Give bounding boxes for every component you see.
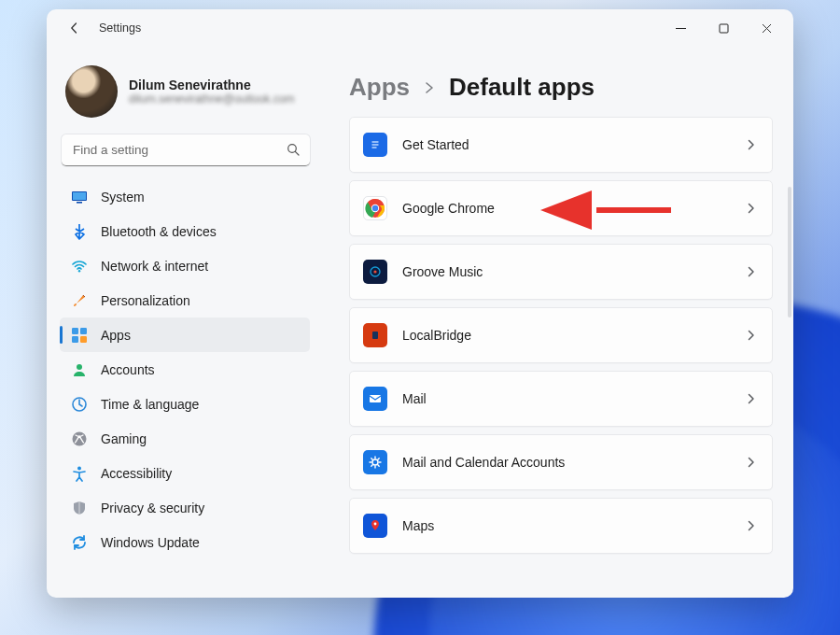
settings-window: Settings Dilum Senevirathne dilum.senevi… <box>47 9 793 598</box>
update-icon <box>71 534 88 551</box>
profile-name: Dilum Senevirathne <box>129 78 295 92</box>
sidebar-item-network[interactable]: Network & internet <box>60 248 310 283</box>
sidebar-item-label: Apps <box>101 328 131 343</box>
globe-clock-icon <box>71 396 88 413</box>
chevron-right-icon <box>746 520 757 531</box>
sidebar-item-windows-update[interactable]: Windows Update <box>60 525 310 559</box>
sidebar-item-privacy[interactable]: Privacy & security <box>60 490 310 525</box>
svg-rect-7 <box>80 328 87 334</box>
sidebar-item-accessibility[interactable]: Accessibility <box>60 456 310 490</box>
svg-point-5 <box>78 270 80 272</box>
app-row-label: Get Started <box>402 137 469 152</box>
sidebar-item-label: Accounts <box>101 362 155 377</box>
chevron-right-icon <box>746 266 757 277</box>
breadcrumb-parent[interactable]: Apps <box>349 73 410 102</box>
svg-point-17 <box>372 205 378 211</box>
sidebar-item-label: Accessibility <box>101 466 172 481</box>
accessibility-icon <box>71 465 88 482</box>
minimize-icon <box>676 23 686 34</box>
localbridge-icon <box>363 323 387 347</box>
sidebar-item-label: Time & language <box>101 397 199 412</box>
sidebar-item-label: Bluetooth & devices <box>101 224 217 239</box>
sidebar-item-gaming[interactable]: Gaming <box>60 421 310 456</box>
sidebar-item-label: Gaming <box>101 431 147 446</box>
app-row-mail[interactable]: Mail <box>349 371 773 427</box>
app-row-localbridge[interactable]: LocalBridge <box>349 307 773 363</box>
titlebar: Settings <box>47 9 793 47</box>
sidebar-item-label: System <box>101 190 145 205</box>
chevron-right-icon <box>746 457 757 468</box>
svg-rect-22 <box>372 332 378 339</box>
chevron-right-icon <box>746 139 757 150</box>
sidebar-item-accounts[interactable]: Accounts <box>60 352 310 387</box>
chevron-right-icon <box>746 393 757 404</box>
search-input[interactable] <box>62 134 310 166</box>
mail-icon <box>363 387 387 411</box>
maps-icon <box>363 514 387 538</box>
avatar <box>65 65 118 118</box>
sidebar-item-time-language[interactable]: Time & language <box>60 387 310 421</box>
app-row-label: Mail <box>402 391 427 406</box>
svg-rect-3 <box>73 192 86 200</box>
profile[interactable]: Dilum Senevirathne dilum.senevirathne@ou… <box>60 47 312 134</box>
chrome-icon <box>363 196 387 220</box>
shield-icon <box>71 500 88 516</box>
maximize-button[interactable] <box>702 14 745 42</box>
app-row-google-chrome[interactable]: Google Chrome <box>349 180 773 236</box>
back-button[interactable] <box>60 13 90 43</box>
svg-rect-8 <box>72 336 78 343</box>
sidebar-item-personalization[interactable]: Personalization <box>60 283 310 318</box>
sidebar: Dilum Senevirathne dilum.senevirathne@ou… <box>47 47 325 598</box>
svg-rect-6 <box>72 328 78 334</box>
svg-rect-23 <box>370 395 381 402</box>
window-title: Settings <box>99 21 141 35</box>
app-row-label: LocalBridge <box>402 328 471 343</box>
svg-rect-0 <box>720 24 728 33</box>
get-started-icon <box>363 133 387 157</box>
app-row-label: Google Chrome <box>402 201 495 216</box>
xbox-icon <box>71 430 88 447</box>
svg-point-12 <box>73 431 87 445</box>
scrollbar[interactable] <box>788 187 791 318</box>
search-icon <box>286 142 301 157</box>
apps-icon <box>71 327 88 344</box>
brush-icon <box>71 292 88 309</box>
search <box>62 134 310 166</box>
close-icon <box>762 23 772 34</box>
svg-rect-9 <box>80 336 87 343</box>
main-pane: Apps Default apps Get Started <box>325 47 793 598</box>
sidebar-item-label: Network & internet <box>101 259 208 274</box>
chevron-right-icon <box>746 330 757 341</box>
wifi-icon <box>71 258 88 275</box>
display-icon <box>71 189 88 205</box>
close-button[interactable] <box>745 14 788 42</box>
app-row-groove-music[interactable]: Groove Music <box>349 244 773 300</box>
svg-point-25 <box>374 523 377 526</box>
app-row-label: Mail and Calendar Accounts <box>402 455 565 470</box>
svg-point-24 <box>372 459 378 465</box>
svg-point-13 <box>77 466 81 470</box>
breadcrumb: Apps Default apps <box>349 52 788 117</box>
gear-icon <box>363 450 387 474</box>
app-row-label: Groove Music <box>402 264 483 279</box>
sidebar-item-system[interactable]: System <box>60 179 310 214</box>
app-row-get-started[interactable]: Get Started <box>349 117 773 173</box>
sidebar-item-label: Personalization <box>101 293 190 308</box>
profile-email: dilum.senevirathne@outlook.com <box>129 92 295 106</box>
app-row-mail-calendar-accounts[interactable]: Mail and Calendar Accounts <box>349 434 773 490</box>
svg-rect-4 <box>77 202 82 204</box>
nav-list: System Bluetooth & devices Network & int… <box>60 179 312 588</box>
sidebar-item-label: Privacy & security <box>101 501 204 515</box>
sidebar-item-apps[interactable]: Apps <box>60 318 310 352</box>
svg-point-10 <box>77 364 82 370</box>
chevron-right-icon <box>746 203 757 214</box>
maximize-icon <box>719 23 729 34</box>
app-list[interactable]: Get Started Google Chrome <box>349 117 788 589</box>
sidebar-item-label: Windows Update <box>101 535 200 550</box>
app-row-label: Maps <box>402 518 434 533</box>
app-row-maps[interactable]: Maps <box>349 498 773 554</box>
svg-point-20 <box>373 270 376 273</box>
bluetooth-icon <box>71 223 88 240</box>
minimize-button[interactable] <box>659 14 702 42</box>
sidebar-item-bluetooth[interactable]: Bluetooth & devices <box>60 214 310 248</box>
